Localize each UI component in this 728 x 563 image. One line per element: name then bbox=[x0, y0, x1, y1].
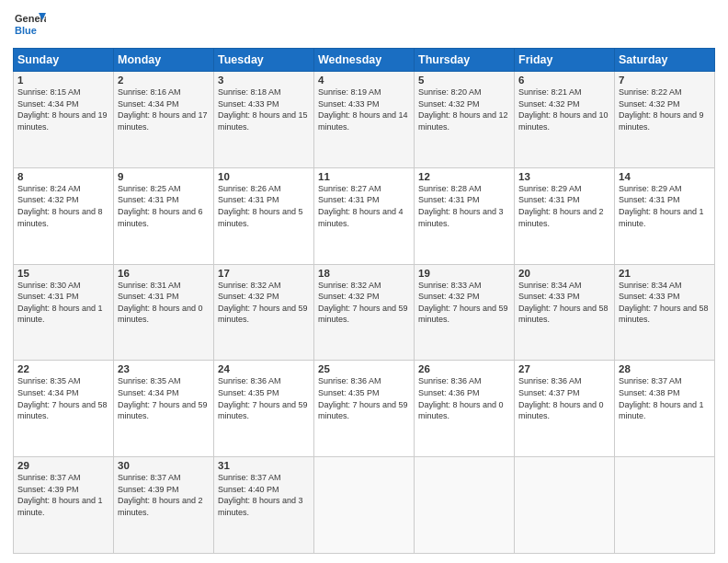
day-info: Sunrise: 8:32 AMSunset: 4:32 PMDaylight:… bbox=[318, 281, 408, 325]
calendar-cell: 28 Sunrise: 8:37 AMSunset: 4:38 PMDaylig… bbox=[615, 361, 715, 457]
day-number: 17 bbox=[218, 268, 310, 279]
calendar-cell bbox=[415, 457, 515, 554]
day-number: 16 bbox=[118, 268, 210, 279]
calendar-cell: 29 Sunrise: 8:37 AMSunset: 4:39 PMDaylig… bbox=[14, 457, 114, 554]
day-info: Sunrise: 8:37 AMSunset: 4:40 PMDaylight:… bbox=[218, 473, 303, 517]
calendar-cell: 25 Sunrise: 8:36 AMSunset: 4:35 PMDaylig… bbox=[314, 361, 415, 457]
calendar-cell bbox=[515, 457, 615, 554]
calendar-cell: 21 Sunrise: 8:34 AMSunset: 4:33 PMDaylig… bbox=[615, 264, 715, 361]
calendar-cell: 20 Sunrise: 8:34 AMSunset: 4:33 PMDaylig… bbox=[515, 264, 615, 361]
calendar-cell: 6 Sunrise: 8:21 AMSunset: 4:32 PMDayligh… bbox=[515, 72, 615, 168]
day-number: 28 bbox=[619, 363, 711, 374]
day-info: Sunrise: 8:37 AMSunset: 4:38 PMDaylight:… bbox=[619, 376, 704, 420]
calendar-cell: 16 Sunrise: 8:31 AMSunset: 4:31 PMDaylig… bbox=[114, 264, 214, 361]
day-number: 4 bbox=[318, 75, 410, 86]
header: General Blue bbox=[13, 9, 715, 42]
day-number: 5 bbox=[418, 75, 510, 86]
day-number: 18 bbox=[318, 268, 410, 279]
day-number: 3 bbox=[218, 75, 310, 86]
day-info: Sunrise: 8:31 AMSunset: 4:31 PMDaylight:… bbox=[118, 281, 203, 325]
day-number: 19 bbox=[418, 268, 510, 279]
day-info: Sunrise: 8:35 AMSunset: 4:34 PMDaylight:… bbox=[118, 376, 208, 420]
calendar-cell: 3 Sunrise: 8:18 AMSunset: 4:33 PMDayligh… bbox=[214, 72, 314, 168]
calendar-cell: 10 Sunrise: 8:26 AMSunset: 4:31 PMDaylig… bbox=[214, 167, 314, 264]
day-info: Sunrise: 8:28 AMSunset: 4:31 PMDaylight:… bbox=[418, 184, 504, 228]
day-info: Sunrise: 8:20 AMSunset: 4:32 PMDaylight:… bbox=[418, 87, 508, 132]
day-info: Sunrise: 8:33 AMSunset: 4:32 PMDaylight:… bbox=[418, 281, 508, 325]
day-info: Sunrise: 8:30 AMSunset: 4:31 PMDaylight:… bbox=[17, 281, 103, 325]
day-info: Sunrise: 8:16 AMSunset: 4:34 PMDaylight:… bbox=[118, 87, 208, 132]
calendar-cell: 22 Sunrise: 8:35 AMSunset: 4:34 PMDaylig… bbox=[14, 361, 114, 457]
calendar-cell: 15 Sunrise: 8:30 AMSunset: 4:31 PMDaylig… bbox=[14, 264, 114, 361]
calendar-table: SundayMondayTuesdayWednesdayThursdayFrid… bbox=[13, 48, 715, 554]
day-info: Sunrise: 8:34 AMSunset: 4:33 PMDaylight:… bbox=[518, 281, 609, 325]
day-info: Sunrise: 8:36 AMSunset: 4:37 PMDaylight:… bbox=[518, 376, 604, 420]
day-number: 11 bbox=[318, 171, 410, 182]
calendar-cell: 4 Sunrise: 8:19 AMSunset: 4:33 PMDayligh… bbox=[314, 72, 415, 168]
calendar-cell: 9 Sunrise: 8:25 AMSunset: 4:31 PMDayligh… bbox=[114, 167, 214, 264]
day-number: 14 bbox=[619, 171, 711, 182]
calendar-cell: 7 Sunrise: 8:22 AMSunset: 4:32 PMDayligh… bbox=[615, 72, 715, 168]
calendar-cell: 26 Sunrise: 8:36 AMSunset: 4:36 PMDaylig… bbox=[415, 361, 515, 457]
day-number: 15 bbox=[17, 268, 109, 279]
day-info: Sunrise: 8:36 AMSunset: 4:35 PMDaylight:… bbox=[318, 376, 408, 420]
calendar-cell: 12 Sunrise: 8:28 AMSunset: 4:31 PMDaylig… bbox=[415, 167, 515, 264]
day-info: Sunrise: 8:37 AMSunset: 4:39 PMDaylight:… bbox=[118, 473, 203, 517]
day-number: 1 bbox=[17, 75, 109, 86]
day-header-monday: Monday bbox=[114, 49, 214, 72]
calendar-cell: 5 Sunrise: 8:20 AMSunset: 4:32 PMDayligh… bbox=[415, 72, 515, 168]
day-info: Sunrise: 8:25 AMSunset: 4:31 PMDaylight:… bbox=[118, 184, 203, 228]
day-info: Sunrise: 8:19 AMSunset: 4:33 PMDaylight:… bbox=[318, 87, 408, 132]
day-info: Sunrise: 8:29 AMSunset: 4:31 PMDaylight:… bbox=[619, 184, 704, 228]
day-info: Sunrise: 8:26 AMSunset: 4:31 PMDaylight:… bbox=[218, 184, 303, 228]
day-number: 8 bbox=[17, 171, 109, 182]
day-header-saturday: Saturday bbox=[615, 49, 715, 72]
day-number: 12 bbox=[418, 171, 510, 182]
day-number: 29 bbox=[17, 460, 109, 471]
day-number: 20 bbox=[518, 268, 610, 279]
week-row-3: 15 Sunrise: 8:30 AMSunset: 4:31 PMDaylig… bbox=[14, 264, 715, 361]
calendar-cell: 13 Sunrise: 8:29 AMSunset: 4:31 PMDaylig… bbox=[515, 167, 615, 264]
calendar-cell: 23 Sunrise: 8:35 AMSunset: 4:34 PMDaylig… bbox=[114, 361, 214, 457]
day-info: Sunrise: 8:37 AMSunset: 4:39 PMDaylight:… bbox=[17, 473, 103, 517]
day-info: Sunrise: 8:21 AMSunset: 4:32 PMDaylight:… bbox=[518, 87, 609, 132]
week-row-5: 29 Sunrise: 8:37 AMSunset: 4:39 PMDaylig… bbox=[14, 457, 715, 554]
logo: General Blue bbox=[13, 9, 46, 42]
day-header-wednesday: Wednesday bbox=[314, 49, 415, 72]
day-number: 27 bbox=[518, 363, 610, 374]
day-number: 23 bbox=[118, 363, 210, 374]
day-number: 31 bbox=[218, 460, 310, 471]
day-info: Sunrise: 8:18 AMSunset: 4:33 PMDaylight:… bbox=[218, 87, 308, 132]
day-number: 30 bbox=[118, 460, 210, 471]
day-number: 25 bbox=[318, 363, 410, 374]
day-number: 26 bbox=[418, 363, 510, 374]
day-header-friday: Friday bbox=[515, 49, 615, 72]
day-header-sunday: Sunday bbox=[14, 49, 114, 72]
week-row-4: 22 Sunrise: 8:35 AMSunset: 4:34 PMDaylig… bbox=[14, 361, 715, 457]
day-number: 7 bbox=[619, 75, 711, 86]
calendar-cell: 19 Sunrise: 8:33 AMSunset: 4:32 PMDaylig… bbox=[415, 264, 515, 361]
calendar-cell: 8 Sunrise: 8:24 AMSunset: 4:32 PMDayligh… bbox=[14, 167, 114, 264]
calendar-cell: 2 Sunrise: 8:16 AMSunset: 4:34 PMDayligh… bbox=[114, 72, 214, 168]
week-row-2: 8 Sunrise: 8:24 AMSunset: 4:32 PMDayligh… bbox=[14, 167, 715, 264]
calendar-cell: 18 Sunrise: 8:32 AMSunset: 4:32 PMDaylig… bbox=[314, 264, 415, 361]
day-info: Sunrise: 8:36 AMSunset: 4:35 PMDaylight:… bbox=[218, 376, 308, 420]
calendar-cell bbox=[615, 457, 715, 554]
day-number: 10 bbox=[218, 171, 310, 182]
day-info: Sunrise: 8:22 AMSunset: 4:32 PMDaylight:… bbox=[619, 87, 704, 132]
day-info: Sunrise: 8:29 AMSunset: 4:31 PMDaylight:… bbox=[518, 184, 604, 228]
day-info: Sunrise: 8:24 AMSunset: 4:32 PMDaylight:… bbox=[17, 184, 103, 228]
calendar-cell: 17 Sunrise: 8:32 AMSunset: 4:32 PMDaylig… bbox=[214, 264, 314, 361]
day-number: 13 bbox=[518, 171, 610, 182]
day-number: 24 bbox=[218, 363, 310, 374]
day-header-thursday: Thursday bbox=[415, 49, 515, 72]
calendar-cell: 30 Sunrise: 8:37 AMSunset: 4:39 PMDaylig… bbox=[114, 457, 214, 554]
day-number: 6 bbox=[518, 75, 610, 86]
week-row-1: 1 Sunrise: 8:15 AMSunset: 4:34 PMDayligh… bbox=[14, 72, 715, 168]
day-info: Sunrise: 8:36 AMSunset: 4:36 PMDaylight:… bbox=[418, 376, 504, 420]
calendar-cell: 11 Sunrise: 8:27 AMSunset: 4:31 PMDaylig… bbox=[314, 167, 415, 264]
day-info: Sunrise: 8:15 AMSunset: 4:34 PMDaylight:… bbox=[17, 87, 108, 132]
calendar-cell: 27 Sunrise: 8:36 AMSunset: 4:37 PMDaylig… bbox=[515, 361, 615, 457]
day-number: 9 bbox=[118, 171, 210, 182]
calendar-cell bbox=[314, 457, 415, 554]
